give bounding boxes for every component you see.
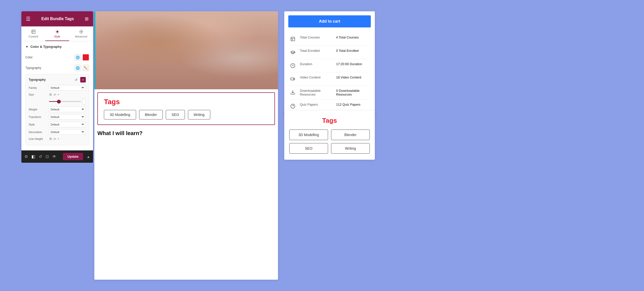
svg-point-4 (80, 31, 82, 32)
total-enrolled-label: Total Enrolled (300, 49, 333, 53)
quiz-papers-icon (289, 103, 296, 110)
typography-edit-btn[interactable]: ✏️ (83, 65, 89, 71)
preview-icon[interactable]: 👁 (52, 154, 56, 159)
quiz-papers-value: 112 Quiz Papers (336, 103, 360, 106)
svg-rect-10 (291, 78, 294, 80)
right-tag-writing[interactable]: Writing (331, 143, 370, 154)
typography-global-btn[interactable]: 🌐 (74, 65, 81, 71)
right-tag-seo[interactable]: SEO (289, 143, 328, 154)
style-row: Style Default (29, 122, 86, 127)
color-controls: 🌐 (74, 54, 89, 61)
meta-row-total-enrolled: Total Enrolled 0 Total Enrolled (289, 46, 370, 59)
transform-select[interactable]: Default (49, 114, 86, 120)
meta-row-total-courses: Total Courses 4 Total Courses (289, 32, 370, 46)
right-tag-blender[interactable]: Blender (331, 130, 370, 140)
reset-typography-btn[interactable]: ↺ (73, 77, 79, 82)
svg-point-3 (56, 31, 58, 33)
size-label: Size (29, 93, 49, 96)
family-row: Family Default (29, 85, 86, 91)
color-label: Color (25, 56, 33, 59)
tab-content[interactable]: Content (21, 26, 45, 41)
update-button[interactable]: Update (63, 153, 83, 160)
tag-item-blender[interactable]: Blender (139, 110, 163, 119)
panel-body: ▼ Color & Typography Color 🌐 Typography … (21, 41, 93, 150)
collapse-icon[interactable]: ▲ (87, 155, 90, 159)
duration-value: 17:20:00 Duration (336, 62, 362, 66)
tag-item-seo[interactable]: SEO (166, 110, 185, 119)
color-typography-title: Color & Typography (30, 45, 62, 49)
line-height-chevron: ▾ (58, 138, 59, 140)
total-courses-value: 4 Total Courses (336, 35, 359, 39)
downloadable-value: 0 Downloadable Resources (336, 89, 370, 96)
course-meta: Total Courses 4 Total Courses Total Enro… (284, 32, 375, 118)
svg-rect-0 (32, 30, 35, 33)
line-height-screen-icon: 🖥 (49, 137, 52, 141)
video-content-value: 18 Video Content (336, 75, 361, 79)
meta-row-downloadable: Downloadable Resources 0 Downloadable Re… (289, 86, 370, 100)
downloadable-label: Downloadable Resources (300, 89, 333, 96)
quiz-papers-label: Quiz Papers (300, 103, 333, 106)
left-edit-panel: ☰ Edit Bundle Tags ⊞ Content Style Advan… (21, 11, 93, 150)
total-courses-icon (289, 35, 296, 43)
duration-label: Duration (300, 62, 333, 66)
panel-tabs: Content Style Advanced (21, 26, 93, 41)
color-global-btn[interactable]: 🌐 (74, 54, 81, 61)
what-learn-heading: What I will learn? (94, 128, 278, 137)
family-select[interactable]: Default (49, 85, 86, 91)
photo-simulation (94, 11, 278, 89)
tags-section: Tags 3D Modelling Blender SEO Writing (97, 92, 275, 125)
grid-icon[interactable]: ⊞ (85, 16, 89, 22)
add-typography-btn[interactable]: + (80, 77, 86, 82)
panel-header: ☰ Edit Bundle Tags ⊞ (21, 11, 93, 26)
transform-label: Transform (29, 115, 49, 118)
size-number-input[interactable] (83, 99, 86, 104)
tags-heading: Tags (104, 98, 268, 106)
slider-container: ▲ ▼ (29, 98, 86, 105)
typography-label: Typography (25, 66, 41, 70)
decoration-select[interactable]: Default (49, 129, 86, 135)
duration-icon (289, 62, 296, 69)
decoration-row: Decoration Default (29, 129, 86, 135)
color-typography-section-header[interactable]: ▼ Color & Typography (21, 41, 93, 52)
course-image (94, 11, 278, 89)
decoration-label: Decoration (29, 131, 49, 134)
right-tags-grid: 3D Modelling Blender SEO Writing (289, 130, 370, 154)
tab-advanced[interactable]: Advanced (69, 26, 93, 41)
line-height-label: Line-Height (29, 137, 49, 140)
style-select[interactable]: Default (49, 122, 86, 127)
video-content-label: Video Content (300, 75, 333, 79)
settings-icon[interactable]: ⚙ (24, 154, 28, 159)
right-tag-3d-modelling[interactable]: 3D Modelling (289, 130, 328, 140)
tag-item-3d-modelling[interactable]: 3D Modelling (104, 110, 136, 119)
total-enrolled-value: 0 Total Enrolled (336, 49, 358, 53)
add-to-cart-button[interactable]: Add to cart (288, 15, 371, 27)
typography-sub-header: Typography ↺ + (29, 77, 86, 82)
line-height-px-label: px (54, 137, 56, 140)
section-content: Color 🌐 Typography 🌐 ✏️ Typography (21, 52, 93, 150)
right-tags-panel: Tags 3D Modelling Blender SEO Writing (284, 111, 375, 160)
typography-property-row: Typography 🌐 ✏️ (25, 63, 89, 73)
bottom-toolbar: ⚙ ◧ ↺ ⊡ 👁 Update ▲ (21, 150, 93, 163)
right-tags-heading: Tags (289, 117, 370, 124)
history-icon[interactable]: ↺ (39, 154, 42, 159)
left-border-accent (94, 11, 95, 89)
responsive-icon[interactable]: ⊡ (46, 154, 49, 159)
color-property-row: Color 🌐 (25, 52, 89, 63)
menu-icon[interactable]: ☰ (26, 16, 30, 22)
family-label: Family (29, 86, 49, 89)
style-label: Style (29, 123, 49, 126)
weight-select[interactable]: Default (49, 107, 86, 112)
px-chevron: ▾ (58, 93, 59, 96)
svg-marker-11 (294, 78, 295, 80)
layers-icon[interactable]: ◧ (31, 154, 35, 159)
screen-icon: 🖥 (49, 93, 52, 96)
color-swatch[interactable] (83, 54, 89, 61)
tab-style[interactable]: Style (45, 26, 69, 41)
weight-row: Weight Default (29, 107, 86, 112)
size-slider[interactable] (49, 101, 81, 102)
line-height-row: Line-Height 🖥 px ▾ (29, 137, 86, 141)
tag-item-writing[interactable]: Writing (188, 110, 210, 119)
line-height-controls: 🖥 px ▾ (49, 137, 86, 141)
svg-point-5 (79, 30, 83, 33)
right-course-panel: Add to cart Total Courses 4 Total Course… (284, 11, 375, 118)
